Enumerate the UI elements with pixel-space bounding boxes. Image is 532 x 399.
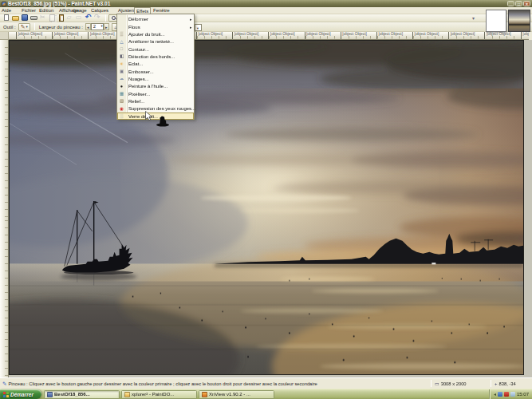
paintdotnet-app-icon	[2, 2, 6, 6]
windows-flag-icon	[3, 392, 6, 394]
toolbar-icon[interactable]	[39, 14, 47, 22]
effects-menu-item[interactable]: Ajouter du bruit...	[117, 30, 194, 38]
toolbar-icon[interactable]	[2, 14, 10, 22]
sky	[10, 41, 523, 271]
effects-menu-item[interactable]: Détection des bords...	[117, 53, 194, 60]
effects-menu-item[interactable]: Pixéliser...	[117, 90, 194, 97]
main-toolbar: Fenêtre ▾	[0, 14, 532, 23]
increase-width-button[interactable]: ▸	[104, 23, 109, 30]
effects-menu-item[interactable]: Embosser...	[117, 68, 194, 75]
current-tool-button[interactable]: ✎ ▾	[18, 23, 30, 31]
file-icon-group	[2, 14, 102, 22]
menu-item-icon	[117, 53, 126, 60]
task-label: xplorer² - PaintDO...	[132, 392, 174, 397]
image-thumbnail-blank[interactable]	[486, 10, 506, 32]
effects-menu-item[interactable]: Contour...	[117, 45, 194, 53]
effects-menu-item[interactable]: Peinture à l'huile...	[117, 83, 194, 90]
minimize-button[interactable]: _	[507, 1, 514, 6]
effects-menu-item[interactable]: Améliorer la netteté...	[117, 38, 194, 45]
task-app-icon	[47, 392, 53, 397]
menu-item-icon	[117, 61, 126, 68]
fill-style-dropdown-edge[interactable]: ▾	[195, 24, 202, 32]
title-bar[interactable]: BestOf18_856.jpg (51%) - Paint.NET v3.01…	[0, 0, 532, 7]
menu-item-label: Relief...	[126, 99, 187, 104]
effects-menu-item[interactable]: Nuages...	[117, 75, 194, 82]
menu-item-label: Déformer	[126, 17, 187, 22]
image-thumbnail-photo[interactable]	[508, 10, 530, 32]
image-size-icon: ▭	[435, 381, 439, 386]
tray-icon[interactable]	[504, 392, 509, 397]
toolbar-icon[interactable]	[21, 14, 29, 22]
effects-menu-item[interactable]: Déformer ▸	[117, 16, 194, 23]
menu-item-label: Ajouter du bruit...	[126, 32, 187, 37]
brush-icon: ✎	[21, 24, 26, 30]
brush-width-label: Largeur du pinceau :	[39, 25, 83, 30]
ruler-tick-cell: [object Object]	[412, 32, 448, 39]
menu-item-icon	[117, 105, 126, 113]
effects-menu-item[interactable]: Suppression des yeux rouges...	[117, 105, 194, 113]
menu-bar-item[interactable]: Edition	[37, 7, 55, 14]
task-label: BestOf18_856...	[54, 392, 90, 397]
decrease-width-button[interactable]: ◂	[85, 23, 91, 30]
menu-bar-item[interactable]: Fichier	[20, 7, 37, 14]
toolbar-separator	[105, 14, 106, 22]
ruler-tick-cell: [object Object]	[484, 32, 520, 39]
toolbar-icon[interactable]	[85, 14, 93, 22]
menu-item-icon	[117, 90, 126, 97]
system-tray: ◂ 15:07	[489, 389, 532, 399]
taskbar-task-button[interactable]: XnView v1.90.2 - ...	[199, 390, 274, 399]
effects-menu-item[interactable]: Eclat...	[117, 61, 194, 68]
toolbar-icon[interactable]	[57, 14, 65, 22]
menu-bar-item[interactable]: Aide	[0, 7, 13, 14]
image-size-indicator: ▭ 3008 x 2000	[435, 381, 467, 386]
ruler-tick-cell: [object Object]	[232, 32, 268, 39]
task-label: XnView v1.90.2 - ...	[209, 392, 250, 397]
brush-width-input[interactable]: 2 ▾	[91, 23, 104, 30]
magnifier-icon	[112, 16, 116, 20]
taskbar-task-button[interactable]: BestOf18_856...	[44, 390, 120, 399]
ruler-tick-cell: [object Object]	[305, 32, 341, 39]
start-button[interactable]: Démarrer	[0, 389, 41, 399]
tool-label: Outil :	[3, 25, 16, 30]
effects-menu-item[interactable]: Relief...	[117, 97, 194, 105]
photo-canvas[interactable]	[9, 40, 524, 375]
close-button[interactable]: ×	[523, 1, 530, 6]
ruler-tick-cell: [object Object]	[268, 32, 304, 39]
toolbar-icon[interactable]	[30, 14, 38, 22]
ruler-tick-cell: [object Object]	[448, 32, 484, 39]
image-list-chevron-icon[interactable]: ▾	[472, 15, 475, 21]
toolbar-icon[interactable]	[12, 14, 20, 22]
tray-icon[interactable]	[498, 392, 502, 397]
taskbar-tasks: BestOf18_856... xplorer² - PaintDO... Xn…	[44, 390, 489, 399]
tray-icon[interactable]: ◂	[494, 392, 496, 397]
status-separator	[431, 380, 432, 387]
menu-item-label: Détection des bords...	[126, 54, 187, 59]
tool-options-toolbar: Outil : ✎ ▾ Largeur du pinceau : ◂ 2 ▾ ▸…	[0, 22, 532, 32]
menu-item-label: Nuages...	[126, 77, 187, 81]
menu-item-label: Contour...	[126, 47, 187, 52]
toolbar-separator	[34, 23, 35, 30]
chevron-down-icon: ▾	[101, 23, 103, 30]
ruler-tick-cell: [object Object]	[521, 32, 529, 39]
toolbar-icon[interactable]	[76, 14, 84, 22]
chevron-down-icon: ▾	[26, 25, 28, 29]
toolbar-icon[interactable]	[67, 14, 75, 22]
menu-item-icon	[117, 30, 126, 38]
brush-tool-icon: ✎	[2, 381, 6, 387]
task-app-icon	[124, 392, 130, 397]
toolbar-icon[interactable]	[49, 14, 57, 22]
restore-button[interactable]: □	[515, 1, 522, 6]
window-controls: _ □ ×	[507, 1, 530, 6]
menu-item-icon	[117, 45, 126, 53]
ruler-tick-cell: [object Object]	[376, 32, 412, 39]
taskbar-task-button[interactable]: xplorer² - PaintDO...	[121, 390, 197, 399]
submenu-arrow-icon: ▸	[187, 25, 194, 30]
effects-menu-item[interactable]: Flous ▸	[117, 23, 194, 30]
brush-width-value: 2	[93, 23, 96, 30]
toolbar-icon[interactable]	[94, 14, 102, 22]
tray-icon[interactable]	[510, 392, 515, 397]
cursor-position-indicator: + 838, -34	[495, 381, 516, 386]
cursor-position-value: 838, -34	[499, 381, 516, 386]
paintdotnet-window: BestOf18_856.jpg (51%) - Paint.NET v3.01…	[0, 0, 532, 389]
ruler-tick-cell: [object Object]	[341, 32, 376, 39]
